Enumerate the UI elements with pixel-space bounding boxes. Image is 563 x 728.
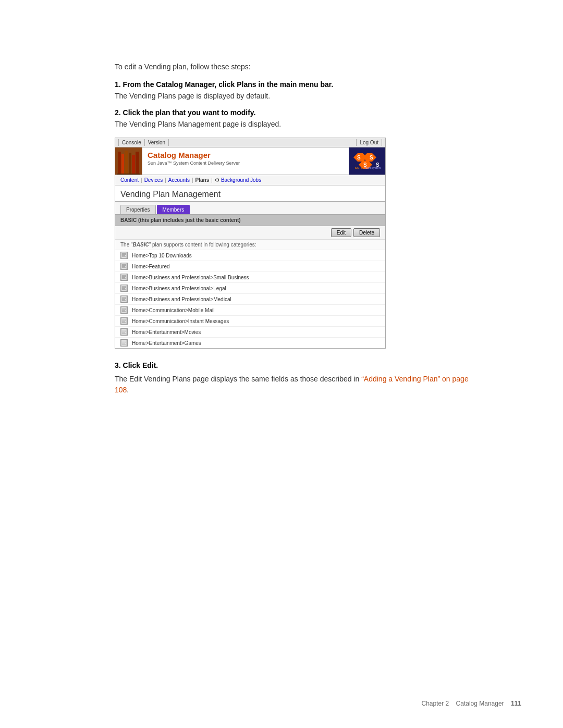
logout-link[interactable]: Log Out bbox=[356, 139, 382, 146]
category-row: Home>Business and Professional>Legal bbox=[115, 283, 385, 294]
console-link[interactable]: Console bbox=[118, 139, 145, 146]
svg-rect-53 bbox=[122, 333, 126, 334]
svg-rect-31 bbox=[122, 287, 126, 288]
svg-rect-0 bbox=[118, 152, 121, 175]
edit-button[interactable]: Edit bbox=[331, 228, 351, 237]
svg-rect-56 bbox=[122, 342, 126, 342]
category-icon bbox=[120, 328, 128, 336]
catalog-manager-title: Catalog Manager bbox=[148, 151, 344, 159]
nav-devices[interactable]: Devices bbox=[144, 177, 163, 183]
nav-content[interactable]: Content bbox=[120, 177, 139, 183]
category-row: Home>Featured bbox=[115, 261, 385, 272]
category-row: Home>Entertainment>Games bbox=[115, 338, 385, 348]
svg-rect-38 bbox=[122, 300, 126, 301]
category-row: Home>Communication>Instant Messages bbox=[115, 316, 385, 327]
svg-rect-20 bbox=[122, 264, 126, 265]
svg-rect-43 bbox=[122, 311, 126, 312]
svg-rect-3 bbox=[129, 153, 131, 175]
logo-box bbox=[115, 147, 142, 175]
step-3-body-suffix: . bbox=[127, 386, 129, 394]
category-label: Home>Entertainment>Games bbox=[132, 340, 201, 346]
tab-members[interactable]: Members bbox=[157, 205, 190, 214]
svg-rect-1 bbox=[121, 154, 124, 175]
category-icon bbox=[120, 295, 128, 303]
step-2: 2. Click the plan that you want to modif… bbox=[115, 108, 469, 128]
svg-rect-35 bbox=[122, 297, 126, 298]
category-label: Home>Business and Professional>Medical bbox=[132, 297, 231, 302]
ss-nav: Content | Devices | Accounts | Plans | ⚙… bbox=[115, 175, 385, 186]
category-icon bbox=[120, 306, 128, 314]
category-icon bbox=[120, 252, 128, 259]
plan-header-bar: BASIC (this plan includes just the basic… bbox=[115, 215, 385, 226]
svg-rect-32 bbox=[122, 288, 125, 289]
svg-rect-50 bbox=[122, 330, 126, 330]
svg-rect-41 bbox=[122, 309, 126, 310]
svg-text:microsystems: microsystems bbox=[364, 166, 381, 169]
nav-background-jobs[interactable]: Background Jobs bbox=[221, 177, 261, 183]
svg-text:S: S bbox=[370, 155, 373, 161]
header-title-area: Catalog Manager Sun Java™ System Content… bbox=[142, 147, 349, 175]
category-row: Home>Top 10 Downloads bbox=[115, 250, 385, 261]
svg-rect-30 bbox=[122, 286, 126, 287]
footer-page-number: 111 bbox=[511, 700, 521, 707]
svg-rect-47 bbox=[122, 321, 125, 322]
nav-accounts[interactable]: Accounts bbox=[168, 177, 190, 183]
sun-microsystems-logo: S S S S sun microsystems bbox=[353, 151, 381, 171]
category-icon bbox=[120, 317, 128, 325]
svg-rect-25 bbox=[122, 275, 126, 276]
svg-rect-42 bbox=[122, 310, 125, 311]
category-label: Home>Top 10 Downloads bbox=[132, 253, 192, 258]
svg-text:S: S bbox=[357, 155, 361, 161]
svg-text:sun: sun bbox=[355, 165, 362, 170]
svg-rect-45 bbox=[122, 319, 126, 319]
svg-rect-55 bbox=[122, 341, 126, 341]
svg-rect-36 bbox=[122, 298, 126, 299]
svg-rect-48 bbox=[122, 322, 126, 323]
svg-rect-40 bbox=[122, 308, 126, 309]
sun-logo: S S S S sun microsystems bbox=[349, 147, 385, 175]
nav-plans[interactable]: Plans bbox=[195, 177, 210, 183]
svg-rect-16 bbox=[122, 254, 126, 255]
ss-header: Catalog Manager Sun Java™ System Content… bbox=[115, 147, 385, 175]
category-icon bbox=[120, 263, 128, 270]
category-icon bbox=[120, 285, 128, 292]
step-2-heading: 2. Click the plan that you want to modif… bbox=[115, 108, 469, 117]
category-icon bbox=[120, 274, 128, 281]
category-row: Home>Business and Professional>Medical bbox=[115, 294, 385, 305]
step-3-heading: 3. Click Edit. bbox=[115, 361, 469, 369]
ss-topbar: Console Version Log Out bbox=[115, 138, 385, 147]
category-label: Home>Business and Professional>Small Bus… bbox=[132, 275, 249, 280]
books-icon bbox=[117, 147, 140, 175]
screenshot: Console Version Log Out bbox=[115, 138, 386, 349]
svg-rect-6 bbox=[117, 174, 140, 175]
svg-rect-5 bbox=[136, 152, 139, 175]
svg-rect-23 bbox=[122, 267, 126, 268]
step-1-heading: 1. From the Catalog Manager, click Plans… bbox=[115, 80, 469, 89]
catalog-manager-subtitle: Sun Java™ System Content Delivery Server bbox=[148, 161, 344, 166]
step-1: 1. From the Catalog Manager, click Plans… bbox=[115, 80, 469, 100]
intro-text: To edit a Vending plan, follow these ste… bbox=[115, 63, 469, 71]
page-footer: Chapter 2 Catalog Manager 111 bbox=[422, 700, 521, 707]
svg-rect-33 bbox=[122, 289, 126, 290]
categories-list: Home>Top 10 DownloadsHome>FeaturedHome>B… bbox=[115, 250, 385, 348]
delete-button[interactable]: Delete bbox=[353, 228, 380, 237]
footer-chapter: Chapter 2 bbox=[422, 700, 449, 707]
vending-plan-management-title: Vending Plan Management bbox=[115, 186, 385, 202]
step-3-body: The Edit Vending Plans page displays the… bbox=[115, 374, 469, 396]
category-row: Home>Entertainment>Movies bbox=[115, 327, 385, 338]
svg-rect-15 bbox=[122, 253, 126, 254]
category-label: Home>Communication>Instant Messages bbox=[132, 318, 229, 324]
nav-background-jobs-icon: ⚙ bbox=[215, 177, 219, 183]
ss-tabs: Properties Members bbox=[115, 202, 385, 215]
svg-rect-51 bbox=[122, 331, 126, 331]
tab-properties[interactable]: Properties bbox=[120, 205, 156, 214]
version-link[interactable]: Version bbox=[145, 139, 169, 146]
categories-label: The "BASIC" plan supports content in fol… bbox=[115, 240, 385, 250]
svg-rect-22 bbox=[122, 266, 125, 267]
svg-rect-46 bbox=[122, 320, 126, 320]
category-icon bbox=[120, 339, 128, 347]
step-2-body: The Vending Plans Management page is dis… bbox=[115, 120, 469, 128]
category-row: Home>Business and Professional>Small Bus… bbox=[115, 272, 385, 283]
footer-section: Catalog Manager bbox=[456, 700, 504, 707]
svg-rect-18 bbox=[122, 256, 126, 257]
